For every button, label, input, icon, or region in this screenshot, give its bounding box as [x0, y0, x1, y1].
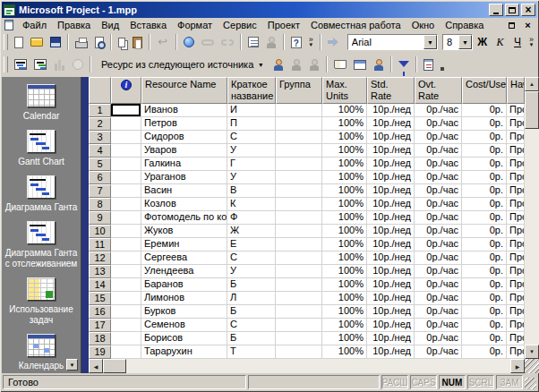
row-number[interactable]: 3 — [89, 131, 111, 144]
row-number[interactable]: 1 — [89, 104, 111, 117]
resource-name-cell[interactable]: Борисов — [141, 332, 227, 345]
max-units-cell[interactable]: 100% — [322, 305, 367, 319]
document-close-button[interactable] — [521, 20, 535, 31]
row-number[interactable]: 15 — [89, 292, 111, 305]
resource-name-cell[interactable]: Иванов — [141, 104, 227, 117]
resource-name-cell[interactable]: Уваров — [141, 144, 227, 158]
ovt-rate-cell[interactable]: 0р./час — [415, 158, 462, 171]
accrue-cell[interactable]: Про — [507, 104, 525, 117]
initials-cell[interactable]: С — [227, 251, 276, 265]
accrue-cell[interactable]: Про — [507, 171, 525, 184]
indicator-cell[interactable] — [111, 251, 141, 265]
ovt-rate-cell[interactable]: 0р./час — [415, 171, 462, 184]
resource-name-cell[interactable]: Баранов — [141, 278, 227, 292]
row-number[interactable]: 10 — [89, 225, 111, 238]
row-number[interactable]: 17 — [89, 319, 111, 332]
menu-view[interactable]: Вид — [96, 19, 124, 31]
go-to-task-icon[interactable] — [327, 36, 339, 48]
font-size-combobox[interactable]: 8 — [442, 34, 473, 50]
std-rate-cell[interactable]: 10р./нед — [367, 305, 415, 319]
initials-cell[interactable]: Г — [227, 158, 276, 171]
std-rate-cell[interactable]: 10р./нед — [367, 225, 415, 238]
cost-use-cell[interactable]: 0р. — [462, 305, 507, 319]
initials-cell[interactable]: Ф — [227, 211, 276, 225]
cost-use-cell[interactable]: 0р. — [462, 104, 507, 117]
std-rate-cell[interactable]: 10р./нед — [367, 171, 415, 184]
accrue-cell[interactable]: Про — [507, 292, 525, 305]
row-number[interactable]: 11 — [89, 238, 111, 251]
cost-use-cell[interactable]: 0р. — [462, 278, 507, 292]
accrue-cell[interactable]: Про — [507, 305, 525, 319]
initials-cell[interactable]: Е — [227, 238, 276, 251]
resource-name-cell[interactable]: Тарарухин — [141, 345, 227, 359]
group-cell[interactable] — [276, 171, 322, 184]
document-restore-button[interactable] — [505, 20, 518, 31]
view-gantt-chart[interactable]: Gantt Chart — [3, 130, 80, 167]
max-units-cell[interactable]: 100% — [322, 131, 367, 144]
resource-name-cell[interactable]: Бурков — [141, 305, 227, 319]
accrue-cell[interactable]: Про — [507, 117, 525, 131]
dropdown-arrow-icon[interactable] — [424, 35, 437, 49]
cost-use-cell[interactable]: 0р. — [462, 171, 507, 184]
menu-format[interactable]: Формат — [172, 19, 218, 31]
cost-use-cell[interactable]: 0р. — [462, 225, 507, 238]
max-units-cell[interactable]: 100% — [322, 171, 367, 184]
max-units-cell[interactable]: 100% — [322, 265, 367, 278]
indicator-cell[interactable] — [111, 158, 141, 171]
initials-cell[interactable]: Л — [227, 292, 276, 305]
std-rate-cell[interactable]: 10р./нед — [367, 184, 415, 198]
cost-use-cell[interactable]: 0р. — [462, 345, 507, 359]
group-cell[interactable] — [276, 117, 322, 131]
cost-use-cell[interactable]: 0р. — [462, 144, 507, 158]
column-header-initials[interactable]: Краткое название — [227, 77, 276, 104]
font-name-combobox[interactable]: Arial — [347, 34, 438, 50]
accrue-cell[interactable]: Про — [507, 265, 525, 278]
indicator-cell[interactable] — [111, 131, 141, 144]
toolbar-overflow-icon[interactable] — [305, 33, 317, 51]
toolbar-grip[interactable] — [4, 34, 8, 50]
initials-cell[interactable]: Т — [227, 345, 276, 359]
row-number[interactable]: 18 — [89, 332, 111, 345]
cost-use-cell[interactable]: 0р. — [462, 131, 507, 144]
max-units-cell[interactable]: 100% — [322, 238, 367, 251]
maximize-button[interactable] — [505, 4, 519, 16]
max-units-cell[interactable]: 100% — [322, 332, 367, 345]
ovt-rate-cell[interactable]: 0р./час — [415, 211, 462, 225]
max-units-cell[interactable]: 100% — [322, 251, 367, 265]
horizontal-scroll-thumb[interactable] — [103, 359, 126, 373]
accrue-cell[interactable]: Про — [507, 278, 525, 292]
initials-cell[interactable]: Б — [227, 305, 276, 319]
max-units-cell[interactable]: 100% — [322, 184, 367, 198]
group-cell[interactable] — [276, 225, 322, 238]
resource-name-cell[interactable]: Жуков — [141, 225, 227, 238]
dropdown-arrow-icon[interactable] — [458, 35, 472, 49]
resize-grip[interactable] — [525, 378, 536, 389]
column-header-accrue[interactable]: Нач — [507, 77, 525, 104]
initials-cell[interactable]: У — [227, 144, 276, 158]
max-units-cell[interactable]: 100% — [322, 158, 367, 171]
cost-use-cell[interactable]: 0р. — [462, 198, 507, 211]
row-number[interactable]: 4 — [89, 144, 111, 158]
view-gantt-diagram[interactable]: Диаграмма Ганта — [3, 175, 80, 213]
cost-use-cell[interactable]: 0р. — [462, 211, 507, 225]
indicator-cell[interactable] — [111, 332, 141, 345]
indicator-cell[interactable] — [111, 117, 141, 131]
cost-use-cell[interactable]: 0р. — [462, 251, 507, 265]
indicator-cell[interactable] — [111, 265, 141, 278]
toolbar-overflow-icon[interactable] — [526, 33, 537, 51]
viewbar-scroll-down-button[interactable] — [66, 359, 78, 371]
std-rate-cell[interactable]: 10р./нед — [367, 144, 415, 158]
resource-source-dropdown[interactable]: Ресурс из следующего источника — [96, 55, 268, 73]
ovt-rate-cell[interactable]: 0р./час — [415, 332, 462, 345]
group-cell[interactable] — [276, 292, 322, 305]
scroll-left-icon[interactable] — [89, 359, 103, 373]
accrue-cell[interactable]: Про — [507, 158, 525, 171]
resource-name-cell[interactable]: Васин — [141, 184, 227, 198]
cost-use-cell[interactable]: 0р. — [462, 319, 507, 332]
view-task-usage[interactable]: Использование задач — [3, 277, 80, 326]
initials-cell[interactable]: В — [227, 184, 276, 198]
group-cell[interactable] — [276, 104, 322, 117]
row-number[interactable]: 9 — [89, 211, 111, 225]
ovt-rate-cell[interactable]: 0р./час — [415, 251, 462, 265]
row-number[interactable]: 14 — [89, 278, 111, 292]
